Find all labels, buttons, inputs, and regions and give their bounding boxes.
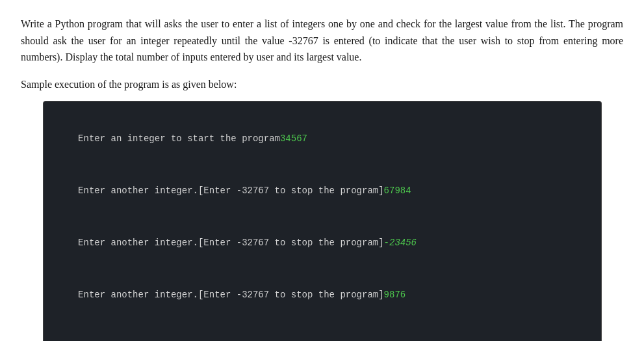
prompt-4: Enter another integer.[Enter -32767 to s… bbox=[78, 290, 383, 300]
terminal-line-4: Enter another integer.[Enter -32767 to s… bbox=[57, 269, 588, 321]
input-3: -23456 bbox=[384, 238, 417, 248]
input-2: 67984 bbox=[384, 185, 411, 196]
terminal-line-5: Enter another integer.[Enter -32767 to s… bbox=[57, 321, 588, 341]
problem-text: Write a Python program that will asks th… bbox=[21, 16, 623, 66]
sample-label: Sample execution of the program is as gi… bbox=[21, 79, 623, 90]
input-1: 34567 bbox=[280, 133, 307, 144]
terminal-line-3: Enter another integer.[Enter -32767 to s… bbox=[57, 217, 588, 269]
prompt-1: Enter an integer to start the program bbox=[78, 133, 280, 144]
terminal-line-2: Enter another integer.[Enter -32767 to s… bbox=[57, 165, 588, 217]
input-4: 9876 bbox=[384, 290, 406, 300]
prompt-3: Enter another integer.[Enter -32767 to s… bbox=[78, 238, 383, 248]
terminal-window: Enter an integer to start the program345… bbox=[43, 101, 602, 341]
terminal-line-1: Enter an integer to start the program345… bbox=[57, 113, 588, 165]
prompt-2: Enter another integer.[Enter -32767 to s… bbox=[78, 185, 383, 196]
